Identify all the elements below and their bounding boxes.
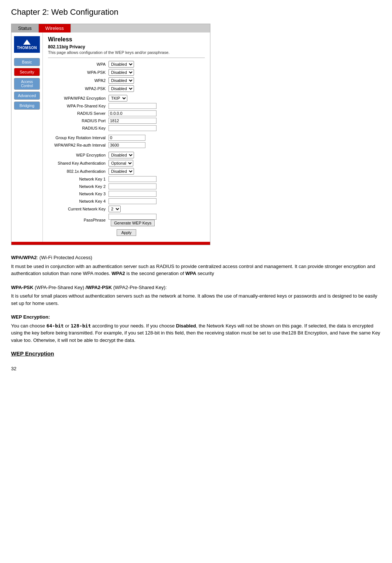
- wep-enc-desc-paragraph: WEP Encryption:: [11, 313, 381, 321]
- wireless-form: WPA Disabled WPA-PSK Disabled: [48, 60, 205, 238]
- passphrase-input[interactable]: [109, 214, 157, 220]
- shared-key-auth-select[interactable]: Optional: [109, 160, 133, 167]
- group-key-rotation-label: Group Key Rotation Interval: [48, 134, 107, 141]
- network-key-2-field: [107, 183, 205, 190]
- bottom-bar: [11, 242, 210, 245]
- shared-key-auth-label: Shared Key Authentication: [48, 159, 107, 167]
- wpa-psk-desc-paragraph: WPA-PSK (WPA-Pre-Shared Key) /WPA2-PSK (…: [11, 284, 381, 291]
- radius-server-label: RADIUS Server: [48, 110, 107, 117]
- wpa-psk-row: WPA-PSK Disabled: [48, 68, 205, 76]
- wpa2-inline-term: WPA2: [111, 271, 125, 276]
- wep-encryption-heading: WEP Encryption: [11, 350, 381, 357]
- thomson-logo: THOMSON: [14, 36, 40, 53]
- wpa-psk-description-section: WPA-PSK (WPA-Pre-Shared Key) /WPA2-PSK (…: [11, 284, 381, 307]
- router-ui-panel: Status Wireless THOMSON Basic Security A…: [11, 24, 210, 245]
- disabled-term: Disabled: [176, 323, 196, 329]
- wpa-reauth-input[interactable]: [109, 142, 145, 148]
- sidebar-item-basic[interactable]: Basic: [14, 58, 40, 66]
- wpa-wpa2-encryption-field: TKIP: [107, 94, 205, 102]
- wpa-reauth-field: [107, 141, 205, 149]
- network-key-1-field: [107, 175, 205, 183]
- page-footer: 32: [11, 357, 381, 371]
- wpa-select[interactable]: Disabled: [109, 61, 134, 68]
- wep-encryption-label: WEP Encryption: [48, 151, 107, 159]
- wep-enc-description-section: WEP Encryption: You can choose 64-bit or…: [11, 313, 381, 344]
- radius-key-label: RADIUS Key: [48, 124, 107, 132]
- wpa-label: WPA: [48, 60, 107, 68]
- network-key-4-field: [107, 198, 205, 205]
- passphrase-label: PassPhrase: [48, 213, 107, 227]
- tab-status[interactable]: Status: [11, 24, 39, 32]
- router-body: THOMSON Basic Security Access Control Ad…: [11, 32, 210, 242]
- network-key-3-label: Network Key 3: [48, 190, 107, 198]
- wpa-desc-body: It must be used in conjunction with an a…: [11, 263, 381, 277]
- main-content: Wireless 802.11b/g Privacy This page all…: [43, 32, 210, 242]
- current-network-key-select[interactable]: 2: [109, 206, 121, 212]
- wpa2-psk-row: WPA2-PSK Disabled: [48, 85, 205, 93]
- sidebar-item-security[interactable]: Security: [14, 68, 40, 76]
- radius-server-input[interactable]: [109, 110, 157, 116]
- group-key-rotation-field: [107, 134, 205, 141]
- wep-enc-term: WEP Encryption:: [11, 314, 50, 320]
- wpa-pre-shared-key-input[interactable]: [109, 103, 157, 109]
- group-key-rotation-row: Group Key Rotation Interval: [48, 134, 205, 141]
- network-key-4-label: Network Key 4: [48, 198, 107, 205]
- sidebar-item-advanced[interactable]: Advanced: [14, 92, 40, 100]
- dot1x-auth-field: Disabled: [107, 167, 205, 175]
- network-key-2-row: Network Key 2: [48, 183, 205, 190]
- wpa-reauth-label: WPA/WPA2 Re-auth Interval: [48, 141, 107, 149]
- network-key-1-row: Network Key 1: [48, 175, 205, 183]
- wpa-reauth-row: WPA/WPA2 Re-auth Interval: [48, 141, 205, 149]
- network-key-4-row: Network Key 4: [48, 198, 205, 205]
- wpa-pre-shared-key-row: WPA Pre-Shared Key: [48, 102, 205, 110]
- network-key-2-input[interactable]: [109, 183, 157, 189]
- wpa-pre-shared-key-field: [107, 102, 205, 110]
- wpa2-psk-select[interactable]: Disabled: [109, 85, 134, 92]
- wpa-row: WPA Disabled: [48, 60, 205, 68]
- network-key-4-input[interactable]: [109, 198, 157, 204]
- wireless-title: Wireless: [48, 36, 205, 43]
- apply-button[interactable]: Apply: [117, 229, 137, 236]
- 64bit-term: 64-bit: [47, 323, 64, 329]
- sidebar: THOMSON Basic Security Access Control Ad…: [11, 32, 43, 242]
- wpa-field: Disabled: [107, 60, 205, 68]
- shared-key-auth-field: Optional: [107, 159, 205, 167]
- apply-row: Apply: [48, 227, 205, 238]
- wpa-psk-desc-body: It is useful for small places without au…: [11, 292, 381, 307]
- logo-triangle-icon: [23, 40, 31, 45]
- passphrase-row: PassPhrase Generate WEP Keys: [48, 213, 205, 227]
- radius-key-input[interactable]: [109, 125, 157, 131]
- radius-port-field: [107, 117, 205, 124]
- wep-encryption-field: Disabled: [107, 151, 205, 159]
- wpa-wpa2-encryption-label: WPA/WPA2 Encryption: [48, 94, 107, 102]
- wpa-psk-select[interactable]: Disabled: [109, 69, 134, 76]
- network-key-1-input[interactable]: [109, 176, 157, 182]
- wpa2-select[interactable]: Disabled: [109, 77, 134, 84]
- wep-encryption-select[interactable]: Disabled: [109, 152, 134, 158]
- dot1x-auth-row: 802.1x Authentication Disabled: [48, 167, 205, 175]
- network-key-1-label: Network Key 1: [48, 175, 107, 183]
- dot1x-auth-select[interactable]: Disabled: [109, 168, 134, 175]
- wpa-psk-field: Disabled: [107, 68, 205, 76]
- wep-encryption-row: WEP Encryption Disabled: [48, 151, 205, 159]
- group-key-rotation-input[interactable]: [109, 135, 145, 141]
- wireless-subtitle: 802.11b/g Privacy: [48, 44, 205, 49]
- current-network-key-row: Current Network Key 2: [48, 205, 205, 213]
- network-key-3-field: [107, 190, 205, 198]
- wpa-wpa2-encryption-select[interactable]: TKIP: [109, 95, 127, 102]
- sidebar-item-access-control[interactable]: Access Control: [14, 78, 40, 90]
- network-key-3-input[interactable]: [109, 191, 157, 197]
- radius-server-row: RADIUS Server: [48, 110, 205, 117]
- wpa2-field: Disabled: [107, 76, 205, 85]
- radius-server-field: [107, 110, 205, 117]
- wpa-psk-term: WPA-PSK: [11, 285, 33, 290]
- wpa2-psk-field: Disabled: [107, 85, 205, 93]
- sidebar-item-bridging[interactable]: Bridging: [14, 102, 40, 110]
- passphrase-field: Generate WEP Keys: [107, 213, 205, 227]
- generate-wep-keys-button[interactable]: Generate WEP Keys: [111, 220, 155, 226]
- wep-enc-desc-body: You can choose 64-bit or 128-bit accordi…: [11, 322, 381, 344]
- tab-wireless[interactable]: Wireless: [39, 24, 71, 32]
- radius-key-field: [107, 124, 205, 132]
- radius-port-input[interactable]: [109, 118, 157, 124]
- dot1x-auth-label: 802.1x Authentication: [48, 167, 107, 175]
